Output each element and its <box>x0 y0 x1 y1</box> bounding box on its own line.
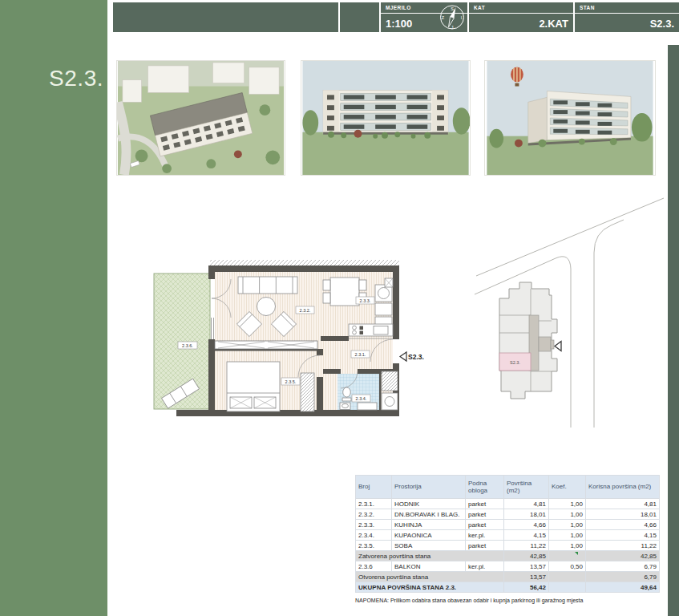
aerial-building-render <box>116 60 285 176</box>
table-header-row: BrojProstorijaPodna oblogaPovršina (m2)K… <box>356 476 660 499</box>
room-label-kitchen: 2.3.3. <box>360 298 371 303</box>
room-label-balcony: 2.3.6. <box>182 343 193 348</box>
table-cell: DN.BORAVAK I BLAG. <box>392 509 466 520</box>
title-block: MJERILO 1:100 S I J Z KAT 2.KAT STAN S2.… <box>113 2 679 32</box>
table-cell: ker.pl. <box>466 530 504 541</box>
table-cell: 4,66 <box>504 520 549 530</box>
table-cell: 1,00 <box>549 499 586 509</box>
table-cell <box>549 582 586 593</box>
unit-value: S2.3. <box>650 18 674 30</box>
table-cell: UKUPNA POVRŠINA STANA 2.3. <box>356 582 504 593</box>
scale-label: MJERILO <box>386 5 411 10</box>
table-cell: ker.pl. <box>466 561 504 572</box>
table-row: 2.3.1.HODNIKparket4,811,004,81 <box>356 499 660 509</box>
table-cell: parket <box>466 509 504 520</box>
table-cell: 13,57 <box>504 561 549 572</box>
note-text: NAPOMENA: Prilikom odabira stana obaveza… <box>355 598 669 603</box>
table-cell: 18,01 <box>504 509 549 520</box>
total-row: UKUPNA POVRŠINA STANA 2.3.56,4249,64 <box>356 582 660 593</box>
table-cell: 2.3.3. <box>356 520 392 530</box>
table-header-cell: Podna obloga <box>466 476 504 499</box>
table-cell: 11,22 <box>586 541 660 551</box>
table-cell: parket <box>466 541 504 551</box>
table-header-cell: Površina (m2) <box>504 476 549 499</box>
table-cell: 1,00 <box>549 530 586 541</box>
floor-label: KAT <box>474 5 485 10</box>
room-label-bedroom: 2.3.5. <box>285 379 297 384</box>
entry-marker: S2.3. <box>400 352 424 361</box>
unit-label: STAN <box>580 5 595 10</box>
table-cell: 4,15 <box>586 530 660 541</box>
table-cell: 2.3.2. <box>356 509 392 520</box>
left-sidebar: S2.3. <box>0 0 107 616</box>
table-row: 2.3.5.SOBAparket11,221,0011,22 <box>356 541 660 551</box>
room-label-living: 2.3.2. <box>300 308 311 313</box>
table-cell: 1,00 <box>549 541 586 551</box>
balcony-row: 2.3.6BALKONker.pl.13,570,506,79 <box>356 561 660 572</box>
comment-flag-icon <box>575 552 578 555</box>
table-header-cell: Koef. <box>549 476 586 499</box>
divider <box>469 13 573 14</box>
table-cell: BALKON <box>392 561 466 572</box>
table-header-cell: Prostorija <box>392 476 466 499</box>
sliding-closet <box>215 341 317 349</box>
room-label-hall: 2.3.1. <box>355 352 366 357</box>
area-table: BrojProstorijaPodna oblogaPovršina (m2)K… <box>355 475 660 593</box>
table-cell: parket <box>466 499 504 509</box>
entry-label: S2.3. <box>408 353 424 361</box>
rear-perspective-render <box>484 60 656 176</box>
table-cell: parket <box>466 520 504 530</box>
table-cell: Zatvorena površina stana <box>356 551 504 561</box>
table-cell: 18,01 <box>586 509 660 520</box>
site-entry-arrow-icon <box>555 342 561 351</box>
table-cell: 42,85 <box>586 551 660 561</box>
title-block-blank-cell-1 <box>113 2 338 32</box>
table-cell: 2.3.4. <box>356 530 392 541</box>
scale-cell: MJERILO 1:100 S I J Z <box>379 2 467 32</box>
table-cell: Otvorena površina stana <box>356 572 504 582</box>
svg-text:Z: Z <box>442 15 445 20</box>
floor-plan: 2.3.6. 2.3.2. 2.3.3. 2.3.1. 2.3.5. 2.3.4… <box>144 255 426 429</box>
table-cell: 0,50 <box>549 561 586 572</box>
table-cell: 6,79 <box>586 572 660 582</box>
table-row: 2.3.3.KUHINJAparket4,661,004,66 <box>356 520 660 530</box>
subtotal-closed-row: Zatvorena površina stana42,8542,85 <box>356 551 660 561</box>
table-cell: 49,64 <box>586 582 660 593</box>
table-cell <box>549 572 586 582</box>
divider <box>575 13 679 14</box>
area-table-body: 2.3.1.HODNIKparket4,811,004,812.3.2.DN.B… <box>356 499 660 593</box>
table-cell: 2.3.5. <box>356 541 392 551</box>
table-cell: SOBA <box>392 541 466 551</box>
table-header-cell: Broj <box>356 476 392 499</box>
svg-text:I: I <box>461 15 463 20</box>
table-cell: 4,66 <box>586 520 660 530</box>
svg-text:J: J <box>451 25 454 30</box>
site-unit-label: S2.3. <box>510 360 520 365</box>
scale-value: 1:100 <box>386 18 412 30</box>
table-cell: KUHINJA <box>392 520 466 530</box>
table-cell: 56,42 <box>504 582 549 593</box>
svg-text:S: S <box>451 6 454 11</box>
table-cell: 1,00 <box>549 520 586 530</box>
table-header-cell: Korisna površina (m2) <box>586 476 660 499</box>
subtotal-open-row: Otvorena površina stana13,576,79 <box>356 572 660 582</box>
table-cell: 4,15 <box>504 530 549 541</box>
table-cell: 42,85 <box>504 551 549 561</box>
sidebar-unit-label: S2.3. <box>49 66 103 91</box>
table-cell: 2.3.6 <box>356 561 392 572</box>
table-cell: 6,79 <box>586 561 660 572</box>
table-cell: HODNIK <box>392 499 466 509</box>
table-cell: 13,57 <box>504 572 549 582</box>
table-cell: 4,81 <box>504 499 549 509</box>
unit-cell: STAN S2.3. <box>573 2 679 32</box>
title-block-blank-cell-2 <box>338 2 379 32</box>
table-row: 2.3.4.KUPAONICAker.pl.4,151,004,15 <box>356 530 660 541</box>
table-cell <box>549 551 586 561</box>
room-label-bathroom: 2.3.4. <box>356 396 367 401</box>
floor-value: 2.KAT <box>539 18 568 30</box>
site-plan: S2.3. <box>473 192 668 429</box>
table-cell: KUPAONICA <box>392 530 466 541</box>
table-cell: 2.3.1. <box>356 499 392 509</box>
table-row: 2.3.2.DN.BORAVAK I BLAG.parket18,011,001… <box>356 509 660 520</box>
table-cell: 4,81 <box>586 499 660 509</box>
